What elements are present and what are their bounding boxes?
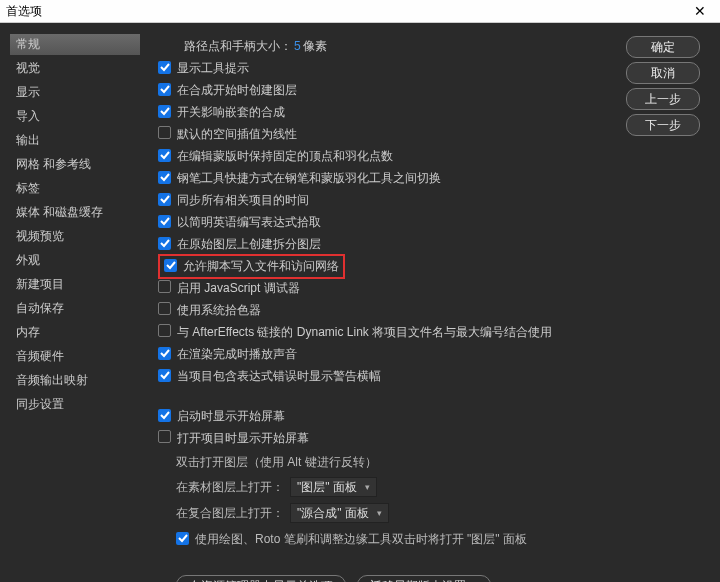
option-row: 启用 JavaScript 调试器 (158, 278, 598, 298)
dbl-open-row1-value: "图层" 面板 (297, 479, 357, 496)
dbl-open-row1-label: 在素材图层上打开： (176, 479, 284, 496)
chevron-down-icon: ▾ (377, 508, 382, 518)
checkbox[interactable] (158, 369, 171, 384)
option-label: 打开项目时显示开始屏幕 (177, 430, 309, 447)
checkbox[interactable] (158, 193, 171, 208)
sidebar-item[interactable]: 导入 (10, 106, 140, 127)
footer-buttons: 在资源管理器中显示首选项 迁移早期版本设置… (176, 575, 598, 582)
sidebar-item[interactable]: 标签 (10, 178, 140, 199)
options-group-2: 启动时显示开始屏幕打开项目时显示开始屏幕 (158, 406, 598, 448)
dbl-open-row1-dropdown[interactable]: "图层" 面板 ▾ (290, 477, 377, 497)
checkbox[interactable] (158, 171, 171, 186)
option-label: 与 AfterEffects 链接的 Dynamic Link 将项目文件名与最… (177, 324, 552, 341)
option-label: 默认的空间插值为线性 (177, 126, 297, 143)
option-row: 开关影响嵌套的合成 (158, 102, 598, 122)
chevron-down-icon: ▾ (365, 482, 370, 492)
option-label: 允许脚本写入文件和访问网络 (183, 258, 339, 275)
next-button[interactable]: 下一步 (626, 114, 700, 136)
sidebar-item[interactable]: 自动保存 (10, 298, 140, 319)
dbl-open-row2-value: "源合成" 面板 (297, 505, 369, 522)
close-icon[interactable]: ✕ (680, 0, 720, 22)
sidebar-item[interactable]: 网格 和参考线 (10, 154, 140, 175)
option-row: 当项目包含表达式错误时显示警告横幅 (158, 366, 598, 386)
option-row: 打开项目时显示开始屏幕 (158, 428, 598, 448)
option-row: 启动时显示开始屏幕 (158, 406, 598, 426)
checkbox[interactable] (158, 126, 171, 142)
content-panel: 路径点和手柄大小： 5 像素 显示工具提示在合成开始时创建图层开关影响嵌套的合成… (158, 34, 598, 582)
option-label: 在合成开始时创建图层 (177, 82, 297, 99)
sidebar-item[interactable]: 显示 (10, 82, 140, 103)
checkbox[interactable] (158, 215, 171, 230)
checkbox[interactable] (158, 105, 171, 120)
dbl-open-hint: 双击打开图层（使用 Alt 键进行反转） (176, 454, 598, 471)
checkbox[interactable] (158, 83, 171, 98)
checkbox[interactable] (158, 324, 171, 340)
checkbox[interactable] (164, 259, 177, 274)
checkbox[interactable] (158, 430, 171, 446)
sidebar-item[interactable]: 同步设置 (10, 394, 140, 415)
sidebar-item[interactable]: 视频预览 (10, 226, 140, 247)
checkbox[interactable] (158, 237, 171, 252)
option-label: 在编辑蒙版时保持固定的顶点和羽化点数 (177, 148, 393, 165)
option-row: 允许脚本写入文件和访问网络 (158, 256, 598, 276)
option-row: 在编辑蒙版时保持固定的顶点和羽化点数 (158, 146, 598, 166)
option-row: 默认的空间插值为线性 (158, 124, 598, 144)
sidebar-item[interactable]: 内存 (10, 322, 140, 343)
dbl-open-row1: 在素材图层上打开： "图层" 面板 ▾ (176, 477, 598, 497)
sidebar-item[interactable]: 音频输出映射 (10, 370, 140, 391)
ruler-value[interactable]: 5 (294, 39, 301, 53)
cancel-button[interactable]: 取消 (626, 62, 700, 84)
show-in-explorer-button[interactable]: 在资源管理器中显示首选项 (176, 575, 346, 582)
option-row: 在原始图层上创建拆分图层 (158, 234, 598, 254)
checkbox[interactable] (158, 347, 171, 362)
dbl-open-row2-label: 在复合图层上打开： (176, 505, 284, 522)
option-label: 使用系统拾色器 (177, 302, 261, 319)
option-label: 启动时显示开始屏幕 (177, 408, 285, 425)
option-row: 使用系统拾色器 (158, 300, 598, 320)
option-label: 开关影响嵌套的合成 (177, 104, 285, 121)
option-row: 在渲染完成时播放声音 (158, 344, 598, 364)
option-row: 同步所有相关项目的时间 (158, 190, 598, 210)
option-label: 在原始图层上创建拆分图层 (177, 236, 321, 253)
sidebar-item[interactable]: 输出 (10, 130, 140, 151)
option-row: 钢笔工具快捷方式在钢笔和蒙版羽化工具之间切换 (158, 168, 598, 188)
checkbox[interactable] (158, 302, 171, 318)
checkbox[interactable] (158, 280, 171, 296)
option-label: 以简明英语编写表达式拾取 (177, 214, 321, 231)
checkbox[interactable] (176, 532, 189, 547)
migrate-settings-button[interactable]: 迁移早期版本设置… (357, 575, 491, 582)
option-label: 钢笔工具快捷方式在钢笔和蒙版羽化工具之间切换 (177, 170, 441, 187)
sidebar-item[interactable]: 常规 (10, 34, 140, 55)
option-label: 当项目包含表达式错误时显示警告横幅 (177, 368, 381, 385)
sidebar-item[interactable]: 媒体 和磁盘缓存 (10, 202, 140, 223)
sidebar-item[interactable]: 新建项目 (10, 274, 140, 295)
sidebar-item[interactable]: 外观 (10, 250, 140, 271)
option-row: 以简明英语编写表达式拾取 (158, 212, 598, 232)
checkbox[interactable] (158, 409, 171, 424)
checkbox[interactable] (158, 149, 171, 164)
dbl-open-row3: 使用绘图、Roto 笔刷和调整边缘工具双击时将打开 "图层" 面板 (176, 529, 598, 549)
option-row: 在合成开始时创建图层 (158, 80, 598, 100)
option-row: 显示工具提示 (158, 58, 598, 78)
checkbox[interactable] (158, 61, 171, 76)
dbl-open-row3-label: 使用绘图、Roto 笔刷和调整边缘工具双击时将打开 "图层" 面板 (195, 531, 527, 548)
ruler-unit: 像素 (303, 38, 327, 55)
sidebar: 常规视觉显示导入输出网格 和参考线标签媒体 和磁盘缓存视频预览外观新建项目自动保… (10, 34, 140, 418)
ruler-row: 路径点和手柄大小： 5 像素 (184, 36, 598, 56)
sidebar-item[interactable]: 视觉 (10, 58, 140, 79)
dbl-open-row2-dropdown[interactable]: "源合成" 面板 ▾ (290, 503, 389, 523)
option-label: 启用 JavaScript 调试器 (177, 280, 300, 297)
ruler-label: 路径点和手柄大小： (184, 38, 292, 55)
dbl-open-row2: 在复合图层上打开： "源合成" 面板 ▾ (176, 503, 598, 523)
title-bar: 首选项 ✕ (0, 0, 720, 23)
window-title: 首选项 (6, 3, 42, 20)
option-label: 同步所有相关项目的时间 (177, 192, 309, 209)
highlighted-option: 允许脚本写入文件和访问网络 (158, 254, 345, 279)
sidebar-item[interactable]: 音频硬件 (10, 346, 140, 367)
prev-button[interactable]: 上一步 (626, 88, 700, 110)
option-label: 在渲染完成时播放声音 (177, 346, 297, 363)
option-row: 与 AfterEffects 链接的 Dynamic Link 将项目文件名与最… (158, 322, 598, 342)
options-group-1: 显示工具提示在合成开始时创建图层开关影响嵌套的合成默认的空间插值为线性在编辑蒙版… (158, 58, 598, 386)
option-label: 显示工具提示 (177, 60, 249, 77)
ok-button[interactable]: 确定 (626, 36, 700, 58)
